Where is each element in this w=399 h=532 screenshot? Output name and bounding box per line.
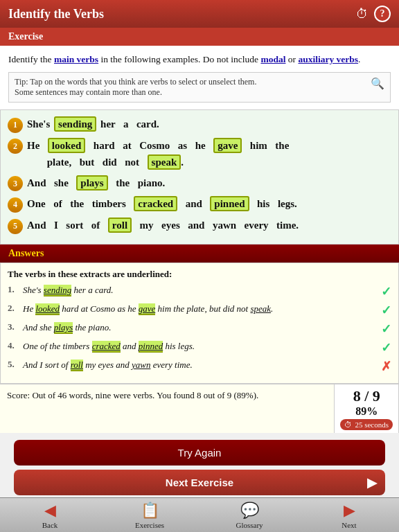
answer-text-1: She's sending her a card. — [23, 284, 378, 296]
verb-roll[interactable]: roll — [108, 218, 132, 233]
tip-text-1: Tip: Tap on the words that you think are… — [15, 77, 384, 87]
answer-text-4: One of the timbers cracked and pinned hi… — [23, 340, 378, 353]
sentence-num-2: 2 — [8, 139, 23, 154]
help-icon[interactable]: ? — [374, 6, 391, 22]
tip-text-2: Some sentences may contain more than one… — [15, 87, 384, 98]
score-row: Score: Out of 46 words, nine were verbs.… — [0, 384, 399, 433]
sentence-2: 2 He looked hard at Cosmo as he gave him… — [8, 137, 391, 170]
ans-verb-cracked: cracked — [92, 341, 121, 353]
sentence-1: 1 She's sending her a card. — [8, 116, 391, 133]
answer-check-5: ✗ — [378, 359, 391, 374]
main-verbs-link[interactable]: main verbs — [54, 54, 98, 64]
answer-num-5: 5. — [8, 359, 23, 370]
tip-icon: 🔍 — [371, 77, 384, 90]
verb-pinned[interactable]: pinned — [210, 196, 249, 211]
nav-exercises[interactable]: 📋 Exercises — [100, 498, 200, 532]
bottom-nav: ◀ Back 📋 Exercises 💬 Glossary ▶ Next — [0, 497, 399, 532]
nav-back-label: Back — [42, 521, 58, 529]
next-icon: ▶ — [344, 502, 355, 520]
ans-verb-plays: plays — [54, 322, 73, 334]
answer-check-4: ✓ — [378, 340, 391, 355]
answer-check-1: ✓ — [378, 284, 391, 299]
verb-gave[interactable]: gave — [213, 138, 242, 153]
app-header: Identify the Verbs ⏱ ? — [0, 0, 399, 28]
answer-4: 4. One of the timbers cracked and pinned… — [8, 340, 391, 355]
answer-text-3: And she plays the piano. — [23, 321, 378, 334]
answer-num-1: 1. — [8, 284, 23, 295]
score-percent: 89% — [355, 405, 378, 418]
nav-glossary[interactable]: 💬 Glossary — [200, 498, 299, 532]
answers-header: Answers — [0, 245, 399, 263]
nav-back[interactable]: ◀ Back — [0, 498, 100, 532]
exercises-icon: 📋 — [141, 502, 159, 520]
answer-2: 2. He looked hard at Cosmo as he gave hi… — [8, 303, 391, 318]
verb-speak[interactable]: speak — [148, 154, 181, 170]
clock-icon: ⏱ — [344, 420, 352, 429]
verb-plays[interactable]: plays — [76, 175, 107, 190]
answer-5: 5. And I sort of roll my eyes and yawn e… — [8, 359, 391, 374]
sentence-text-4[interactable]: One of the timbers cracked and pinned hi… — [27, 195, 391, 212]
ans-verb-speak: speak — [250, 303, 271, 314]
ans-yawn: yawn — [132, 360, 150, 370]
ans-verb-roll: roll — [71, 360, 83, 371]
sentence-text-1[interactable]: She's sending her a card. — [27, 116, 391, 132]
sentence-num-5: 5 — [8, 219, 23, 234]
score-time: ⏱ 25 seconds — [340, 419, 393, 430]
answer-3: 3. And she plays the piano. ✓ — [8, 321, 391, 337]
tip-box: Tip: Tap on the words that you think are… — [8, 72, 391, 103]
verb-looked[interactable]: looked — [48, 138, 86, 153]
score-fraction: 8 / 9 — [353, 387, 380, 405]
verb-sending[interactable]: sending — [54, 116, 96, 132]
nav-next-label: Next — [342, 521, 356, 529]
sentence-3: 3 And she plays the piano. — [8, 175, 391, 192]
page-title: Identify the Verbs — [8, 7, 104, 21]
answer-num-3: 3. — [8, 321, 23, 332]
answer-1: 1. She's sending her a card. ✓ — [8, 284, 391, 299]
ans-verb-gave: gave — [139, 303, 156, 315]
sentence-text-2[interactable]: He looked hard at Cosmo as he gave him t… — [27, 137, 391, 170]
next-exercise-button[interactable]: Next Exercise ▶ — [14, 470, 385, 495]
sentence-text-5[interactable]: And I sort of roll my eyes and yawn ever… — [27, 217, 391, 233]
main-content: Identify the main verbs in the following… — [0, 46, 399, 109]
ans-verb-looked: looked — [35, 303, 60, 315]
try-again-button[interactable]: Try Again — [14, 440, 385, 466]
ans-verb-pinned: pinned — [139, 341, 163, 353]
answers-area: The verbs in these extracts are underlin… — [0, 263, 399, 384]
score-box: 8 / 9 89% ⏱ 25 seconds — [335, 384, 399, 433]
sentence-num-1: 1 — [8, 118, 23, 133]
nav-glossary-label: Glossary — [236, 521, 263, 529]
answer-text-5: And I sort of roll my eyes and yawn ever… — [23, 359, 378, 371]
timer-icon[interactable]: ⏱ — [356, 7, 369, 21]
ans-verb-sending: sending — [44, 285, 71, 296]
next-arrow-icon: ▶ — [367, 475, 377, 490]
nav-exercises-label: Exercises — [135, 521, 164, 529]
nav-next[interactable]: ▶ Next — [299, 498, 399, 532]
instructions: Identify the main verbs in the following… — [8, 53, 391, 66]
back-icon: ◀ — [44, 502, 56, 520]
verb-cracked[interactable]: cracked — [134, 196, 177, 211]
answer-check-3: ✓ — [378, 321, 391, 337]
sentence-num-4: 4 — [8, 197, 23, 213]
sentence-text-3[interactable]: And she plays the piano. — [27, 175, 391, 191]
answer-num-4: 4. — [8, 340, 23, 351]
glossary-icon: 💬 — [240, 502, 259, 520]
header-icons: ⏱ ? — [356, 6, 391, 22]
answer-check-2: ✓ — [378, 303, 391, 318]
answer-num-2: 2. — [8, 303, 23, 314]
sentence-4: 4 One of the timbers cracked and pinned … — [8, 195, 391, 213]
sentence-num-3: 3 — [8, 176, 23, 191]
sentences-area: 1 She's sending her a card. 2 He looked … — [0, 109, 399, 244]
exercise-bar: Exercise — [0, 28, 399, 46]
modal-link[interactable]: modal — [260, 54, 285, 64]
score-text: Score: Out of 46 words, nine were verbs.… — [0, 384, 335, 433]
auxiliary-verbs-link[interactable]: auxiliary verbs — [298, 54, 358, 64]
answer-text-2: He looked hard at Cosmo as he gave him t… — [23, 303, 378, 315]
answers-note: The verbs in these extracts are underlin… — [8, 269, 391, 280]
sentence-5: 5 And I sort of roll my eyes and yawn ev… — [8, 217, 391, 234]
